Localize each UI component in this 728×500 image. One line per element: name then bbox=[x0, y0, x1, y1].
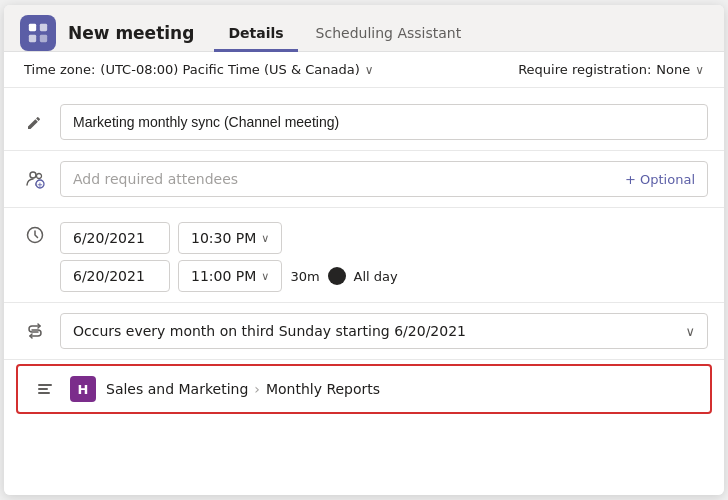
attendees-icon: + bbox=[20, 169, 50, 189]
app-icon bbox=[20, 15, 56, 51]
recurrence-row: Occurs every month on third Sunday start… bbox=[4, 305, 724, 357]
toolbar: Time zone: (UTC-08:00) Pacific Time (US … bbox=[4, 52, 724, 88]
attendees-field-container: Add required attendees + Optional bbox=[60, 161, 708, 197]
svg-rect-2 bbox=[29, 35, 36, 42]
channel-separator-icon: › bbox=[254, 381, 260, 397]
title-row bbox=[4, 96, 724, 148]
attendees-input[interactable]: Add required attendees + Optional bbox=[60, 161, 708, 197]
duration-badge: 30m bbox=[290, 265, 319, 288]
channel-app-logo: H bbox=[70, 376, 96, 402]
svg-point-5 bbox=[37, 174, 42, 179]
svg-rect-9 bbox=[38, 384, 52, 386]
channel-name: Sales and Marketing bbox=[106, 381, 248, 397]
allday-toggle[interactable] bbox=[328, 267, 346, 285]
start-date-field[interactable]: 6/20/2021 bbox=[60, 222, 170, 254]
clock-icon bbox=[20, 222, 50, 244]
recurrence-icon bbox=[20, 322, 50, 340]
optional-link[interactable]: + Optional bbox=[625, 172, 695, 187]
timezone-label: Time zone: bbox=[24, 62, 95, 77]
registration-value: None bbox=[656, 62, 690, 77]
end-datetime-row: 6/20/2021 11:00 PM ∨ 30m All day bbox=[60, 260, 708, 292]
registration-chevron-icon: ∨ bbox=[695, 63, 704, 77]
start-time-field[interactable]: 10:30 PM ∨ bbox=[178, 222, 282, 254]
allday-label: All day bbox=[354, 269, 398, 284]
end-time-field[interactable]: 11:00 PM ∨ bbox=[178, 260, 282, 292]
attendees-row: + Add required attendees + Optional bbox=[4, 153, 724, 205]
tab-scheduling[interactable]: Scheduling Assistant bbox=[302, 17, 476, 52]
recurrence-selector[interactable]: Occurs every month on third Sunday start… bbox=[60, 313, 708, 349]
timezone-value: (UTC-08:00) Pacific Time (US & Canada) bbox=[100, 62, 359, 77]
datetime-fields: 6/20/2021 10:30 PM ∨ 6/20/2021 11:00 PM … bbox=[60, 222, 708, 292]
svg-rect-0 bbox=[29, 24, 36, 31]
timezone-selector[interactable]: Time zone: (UTC-08:00) Pacific Time (US … bbox=[24, 62, 374, 77]
svg-rect-3 bbox=[40, 35, 47, 42]
meeting-title-input[interactable] bbox=[60, 104, 708, 140]
attendees-placeholder: Add required attendees bbox=[73, 171, 238, 187]
svg-rect-1 bbox=[40, 24, 47, 31]
datetime-group: 6/20/2021 10:30 PM ∨ 6/20/2021 11:00 PM … bbox=[60, 222, 708, 292]
start-time-chevron-icon: ∨ bbox=[261, 232, 269, 245]
datetime-row: 6/20/2021 10:30 PM ∨ 6/20/2021 11:00 PM … bbox=[4, 210, 724, 300]
svg-rect-11 bbox=[38, 392, 50, 394]
start-datetime-row: 6/20/2021 10:30 PM ∨ bbox=[60, 222, 708, 254]
channel-report: Monthly Reports bbox=[266, 381, 380, 397]
title-field-container bbox=[60, 104, 708, 140]
meeting-window: New meeting Details Scheduling Assistant… bbox=[4, 5, 724, 495]
timezone-chevron-icon: ∨ bbox=[365, 63, 374, 77]
svg-text:+: + bbox=[37, 181, 43, 189]
channel-list-icon bbox=[30, 380, 60, 398]
recurrence-text: Occurs every month on third Sunday start… bbox=[73, 323, 466, 339]
channel-path: Sales and Marketing › Monthly Reports bbox=[106, 381, 380, 397]
registration-selector[interactable]: Require registration: None ∨ bbox=[518, 62, 704, 77]
svg-point-4 bbox=[30, 172, 36, 178]
end-time-value: 11:00 PM bbox=[191, 268, 256, 284]
header: New meeting Details Scheduling Assistant bbox=[4, 5, 724, 52]
registration-label: Require registration: bbox=[518, 62, 651, 77]
recurrence-field-container: Occurs every month on third Sunday start… bbox=[60, 313, 708, 349]
form-area: + Add required attendees + Optional bbox=[4, 88, 724, 495]
edit-icon bbox=[20, 113, 50, 131]
tab-bar: Details Scheduling Assistant bbox=[214, 16, 475, 51]
window-title: New meeting bbox=[68, 23, 194, 43]
tab-details[interactable]: Details bbox=[214, 17, 297, 52]
end-date-field[interactable]: 6/20/2021 bbox=[60, 260, 170, 292]
channel-row[interactable]: H Sales and Marketing › Monthly Reports bbox=[16, 364, 712, 414]
svg-rect-10 bbox=[38, 388, 48, 390]
start-time-value: 10:30 PM bbox=[191, 230, 256, 246]
end-time-chevron-icon: ∨ bbox=[261, 270, 269, 283]
recurrence-chevron-icon: ∨ bbox=[685, 324, 695, 339]
